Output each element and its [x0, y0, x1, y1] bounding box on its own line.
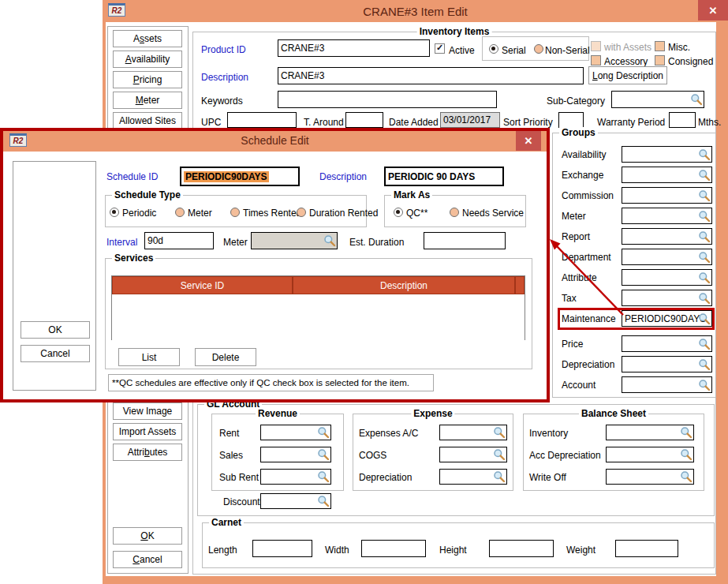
sales-field[interactable] — [260, 447, 331, 462]
sub-rent-field[interactable] — [260, 469, 331, 485]
periodic-label: Periodic — [122, 208, 156, 219]
lookup-icon[interactable] — [698, 338, 711, 350]
sort-priority-field[interactable] — [558, 112, 584, 128]
services-column-stub — [515, 276, 525, 294]
services-table-body[interactable] — [112, 294, 525, 340]
width-field[interactable] — [361, 540, 426, 557]
keywords-label: Keywords — [201, 95, 243, 107]
sidebar-button-view-image[interactable]: View Image — [113, 402, 182, 420]
group-attribute-field[interactable] — [622, 269, 712, 286]
group-depreciation-field[interactable] — [622, 356, 712, 372]
times-rented-radio[interactable] — [230, 208, 240, 217]
sidebar-button-availability[interactable]: Availability — [113, 51, 182, 68]
lookup-icon[interactable] — [698, 292, 711, 305]
expenses-ac-field[interactable] — [439, 425, 507, 440]
group-tax-field[interactable] — [622, 290, 712, 306]
description-field[interactable]: CRANE#3 — [278, 67, 584, 84]
lookup-icon[interactable] — [493, 426, 506, 439]
group-department-field[interactable] — [622, 249, 712, 265]
lookup-icon[interactable] — [690, 93, 703, 106]
meter-type-radio[interactable] — [175, 208, 185, 217]
depreciation-field[interactable] — [439, 469, 507, 485]
sidebar-button-attributes[interactable]: Attributes — [113, 444, 182, 461]
discount-label: Discount — [223, 496, 260, 507]
lookup-icon[interactable] — [317, 426, 330, 439]
services-delete-button[interactable]: Delete — [195, 348, 256, 366]
lookup-icon[interactable] — [698, 169, 711, 182]
close-icon[interactable]: ✕ — [516, 131, 541, 151]
long-description-button[interactable]: Long Description — [588, 66, 667, 84]
periodic-radio[interactable] — [110, 208, 119, 217]
group-report-field[interactable] — [622, 228, 712, 245]
qc-radio[interactable] — [394, 208, 403, 217]
lookup-icon[interactable] — [698, 189, 711, 202]
group-price-label: Price — [562, 339, 583, 350]
product-id-field[interactable]: CRANE#3 — [278, 39, 430, 57]
lookup-icon[interactable] — [698, 210, 711, 223]
group-account-field[interactable] — [622, 376, 712, 393]
inventory-field[interactable] — [606, 425, 694, 440]
lookup-icon[interactable] — [698, 251, 711, 264]
acc-depreciation-field[interactable] — [606, 447, 694, 462]
duration-rented-radio[interactable] — [297, 208, 306, 217]
needs-service-radio[interactable] — [450, 208, 459, 217]
sub-category-label: Sub-Category — [547, 95, 605, 107]
lookup-icon[interactable] — [698, 358, 711, 371]
non-serial-radio[interactable] — [534, 44, 543, 54]
lookup-icon[interactable] — [680, 470, 693, 483]
schedule-id-field[interactable]: PERIODIC90DAYS — [180, 167, 300, 186]
height-field[interactable] — [489, 540, 554, 557]
interval-field[interactable]: 90d — [144, 232, 214, 249]
lookup-icon[interactable] — [493, 448, 506, 461]
sidebar-button-pricing[interactable]: Pricing — [113, 71, 182, 88]
close-icon[interactable]: ✕ — [698, 0, 728, 21]
schedule-description-field[interactable]: PERIODIC 90 DAYS — [384, 167, 504, 186]
t-around-field[interactable] — [345, 112, 383, 128]
rent-field[interactable] — [260, 425, 331, 440]
sidebar-button-assets[interactable]: Assets — [113, 30, 182, 47]
schedule-ok-button[interactable]: OK — [21, 321, 90, 339]
cogs-field[interactable] — [439, 447, 507, 462]
warranty-period-field[interactable] — [669, 112, 696, 128]
lookup-icon[interactable] — [317, 495, 330, 507]
weight-label: Weight — [566, 545, 595, 556]
ok-button[interactable]: OK — [113, 527, 182, 545]
services-list-button[interactable]: List — [118, 348, 180, 366]
accessory-checkbox[interactable] — [591, 55, 601, 66]
upc-field[interactable] — [227, 112, 297, 128]
sub-category-field[interactable] — [611, 91, 704, 108]
lookup-icon[interactable] — [317, 470, 330, 483]
lookup-icon[interactable] — [680, 426, 693, 439]
cancel-button[interactable]: Cancel — [113, 551, 182, 568]
misc-checkbox[interactable] — [655, 41, 665, 51]
keywords-field[interactable] — [278, 91, 497, 108]
group-exchange-label: Exchange — [562, 170, 603, 181]
discount-field[interactable] — [260, 493, 331, 509]
services-table[interactable]: Service ID Description — [111, 275, 525, 340]
lookup-icon[interactable] — [698, 379, 711, 391]
weight-field[interactable] — [615, 540, 678, 557]
est-duration-field[interactable] — [424, 232, 506, 249]
serial-radio[interactable] — [489, 44, 498, 54]
consigned-checkbox[interactable] — [655, 55, 665, 66]
lookup-icon[interactable] — [680, 448, 693, 461]
lookup-icon[interactable] — [698, 148, 711, 161]
lookup-icon[interactable] — [698, 271, 711, 284]
lookup-icon[interactable] — [493, 470, 506, 483]
group-availability-field[interactable] — [622, 146, 712, 163]
sidebar-button-allowed-sites[interactable]: Allowed Sites — [113, 112, 182, 129]
group-meter-field[interactable] — [622, 208, 712, 224]
lookup-icon[interactable] — [698, 230, 711, 243]
group-commission-field[interactable] — [622, 187, 712, 204]
length-field[interactable] — [252, 540, 312, 557]
active-checkbox[interactable] — [435, 43, 445, 54]
sidebar-button-meter[interactable]: Meter — [113, 92, 182, 109]
expenses-ac-label: Expenses A/C — [359, 428, 418, 439]
group-price-field[interactable] — [622, 335, 712, 352]
sidebar-button-import-assets[interactable]: Import Assets — [113, 423, 182, 440]
lookup-icon[interactable] — [317, 448, 330, 461]
group-exchange-field[interactable] — [622, 167, 712, 183]
schedule-cancel-button[interactable]: Cancel — [21, 345, 90, 362]
write-off-field[interactable] — [606, 469, 694, 485]
schedule-id-label: Schedule ID — [106, 171, 158, 182]
